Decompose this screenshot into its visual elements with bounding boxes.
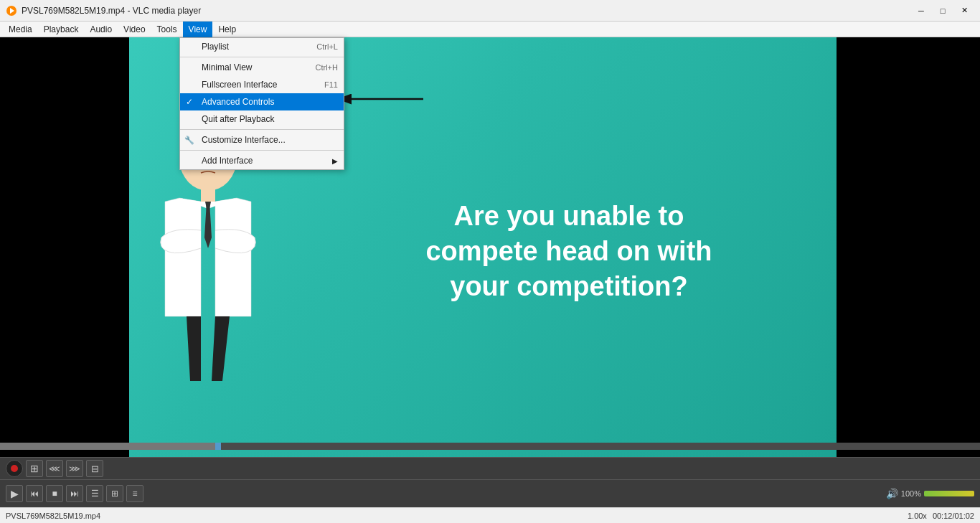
svg-rect-8 [201,187,215,202]
volume-label: 100% [901,489,921,498]
advanced-controls-label: Advanced Controls [202,97,274,107]
frame-step-button[interactable]: ⊞ [26,460,43,477]
menu-playback[interactable]: Playback [38,22,85,37]
menu-help[interactable]: Help [212,22,242,37]
menu-item-fullscreen[interactable]: Fullscreen Interface F11 [180,76,344,93]
record-button[interactable] [6,460,23,477]
fullscreen-shortcut: F11 [324,80,338,89]
video-text-line1: Are you unable to [454,200,684,230]
menu-item-quit-after[interactable]: Quit after Playback [180,110,344,128]
menu-item-add-interface[interactable]: Add Interface ▶ [180,152,344,169]
window-title: PVSL769M582L5M19.mp4 - VLC media player [22,6,911,16]
view-dropdown-menu: Playlist Ctrl+L Minimal View Ctrl+H Full… [179,37,344,170]
status-time: 00:12/01:02 [933,512,974,520]
next-bookmark-button[interactable]: ⋙ [66,460,83,477]
volume-area: 🔊 100% [886,488,974,499]
menu-separator-1 [180,57,344,57]
fullscreen-label: Fullscreen Interface [202,80,277,90]
prev-button[interactable]: ⏮ [26,485,43,502]
video-content: Are you unable to compete head on with y… [0,37,980,466]
seek-bar[interactable] [0,443,980,450]
close-button[interactable]: ✕ [954,3,974,19]
seek-knob[interactable] [215,443,221,450]
video-text-line2: compete head on with [425,236,712,266]
video-area: Are you unable to compete head on with y… [0,37,980,466]
title-bar: PVSL769M582L5M19.mp4 - VLC media player … [0,0,980,22]
controls-row2: ▶ ⏮ ■ ⏭ ☰ ⊞ ≡ 🔊 100% [0,480,980,507]
customize-label: Customize Interface... [202,135,286,145]
menu-item-advanced-controls[interactable]: ✓ Advanced Controls [180,93,344,110]
seek-bar-fill [0,443,219,450]
video-text: Are you unable to compete head on with y… [301,198,837,304]
menu-bar: Media Playback Audio Video Tools View He… [0,22,980,37]
wrench-icon: 🔧 [184,136,194,145]
menu-audio[interactable]: Audio [84,22,118,37]
menu-separator-2 [180,129,344,130]
status-speed: 1.00x [908,512,927,520]
loop-button[interactable]: ⊟ [86,460,103,477]
controls-row1: ⊞ ⋘ ⋙ ⊟ [0,457,980,480]
playlist-shortcut: Ctrl+L [316,42,338,51]
status-bar: PVSL769M582L5M19.mp4 1.00x 00:12/01:02 [0,507,980,523]
add-interface-arrow: ▶ [332,157,338,165]
prev-bookmark-button[interactable]: ⋘ [46,460,63,477]
playlist-button[interactable]: ☰ [86,485,103,502]
record-icon [11,465,18,472]
svg-point-11 [199,174,217,186]
menu-item-minimal-view[interactable]: Minimal View Ctrl+H [180,59,344,76]
minimal-view-label: Minimal View [202,62,252,72]
equalizer-button[interactable]: ≡ [126,485,143,502]
advanced-controls-checkmark: ✓ [186,97,193,107]
quit-after-label: Quit after Playback [202,114,274,124]
extended-settings-button[interactable]: ⊞ [106,485,123,502]
menu-tools[interactable]: Tools [151,22,183,37]
minimize-button[interactable]: ─ [911,3,931,19]
volume-slider[interactable] [924,491,974,496]
status-filename: PVSL769M582L5M19.mp4 [6,512,908,520]
menu-video[interactable]: Video [118,22,151,37]
menu-item-playlist[interactable]: Playlist Ctrl+L [180,38,344,55]
window-controls: ─ □ ✕ [911,3,974,19]
next-button[interactable]: ⏭ [66,485,83,502]
menu-view[interactable]: View [183,22,213,37]
menu-media[interactable]: Media [3,22,38,37]
add-interface-label: Add Interface [202,156,253,166]
maximize-button[interactable]: □ [933,3,953,19]
volume-fill [924,491,974,496]
stop-button[interactable]: ■ [46,485,63,502]
menu-item-customize[interactable]: 🔧 Customize Interface... [180,131,344,149]
video-text-line3: your competition? [450,271,687,301]
playlist-label: Playlist [202,42,229,52]
menu-separator-3 [180,150,344,151]
app-icon [6,5,17,17]
play-button[interactable]: ▶ [6,485,23,502]
arrow-annotation [344,85,430,116]
volume-icon: 🔊 [886,488,898,499]
minimal-view-shortcut: Ctrl+H [316,63,338,72]
